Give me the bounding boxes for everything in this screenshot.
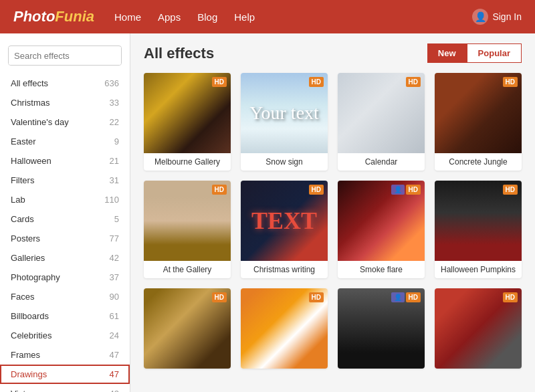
sidebar-item-count: 21 bbox=[110, 156, 119, 166]
effect-card[interactable]: HDMelbourne Gallery bbox=[144, 73, 231, 171]
sidebar-item-count: 47 bbox=[110, 369, 119, 379]
effect-card[interactable]: HD bbox=[241, 288, 328, 369]
content-area: All effects New Popular HDMelbourne Gall… bbox=[130, 33, 535, 392]
effect-card[interactable]: HDHalloween Pumpkins bbox=[435, 181, 522, 278]
sidebar-item-label: All effects bbox=[11, 78, 48, 88]
logo-photo: Photo bbox=[13, 8, 55, 25]
effect-thumbnail: HD👤 bbox=[338, 181, 425, 261]
effect-card[interactable]: HDAt the Gallery bbox=[144, 181, 231, 278]
sidebar-item-drawings[interactable]: Drawings 47 bbox=[0, 365, 130, 384]
filter-new-button[interactable]: New bbox=[427, 43, 467, 63]
effect-thumbnail: HD bbox=[144, 288, 231, 369]
search-input[interactable] bbox=[9, 47, 122, 65]
main-layout: 🔍 All effects 636 Christmas 33 Valentine… bbox=[0, 33, 535, 392]
nav-home[interactable]: Home bbox=[114, 11, 141, 23]
effect-thumbnail: HD bbox=[338, 73, 425, 153]
effect-card[interactable]: HD👤 bbox=[338, 288, 425, 369]
effect-image-decoration bbox=[144, 73, 231, 153]
sidebar-item-label: Celebrities bbox=[11, 330, 51, 340]
sidebar-item-christmas[interactable]: Christmas 33 bbox=[0, 93, 130, 112]
effect-thumbnail: HD bbox=[435, 181, 522, 261]
effect-image-decoration bbox=[338, 73, 425, 153]
sidebar-item-celebrities[interactable]: Celebrities 24 bbox=[0, 326, 130, 345]
sidebar-item-count: 22 bbox=[110, 117, 119, 127]
content-header: All effects New Popular bbox=[144, 43, 522, 63]
sidebar-item-label: Christmas bbox=[11, 98, 50, 108]
sidebar-item-halloween[interactable]: Halloween 21 bbox=[0, 151, 130, 171]
page-title: All effects bbox=[144, 45, 214, 62]
sidebar-item-cards[interactable]: Cards 5 bbox=[0, 209, 130, 229]
effect-name: Christmas writing bbox=[241, 261, 328, 278]
effect-card[interactable]: HDCalendar bbox=[338, 73, 425, 171]
effect-card[interactable]: HD bbox=[144, 288, 231, 369]
sidebar-item-all-effects[interactable]: All effects 636 bbox=[0, 74, 130, 93]
sidebar-item-filters[interactable]: Filters 31 bbox=[0, 171, 130, 190]
sidebar-item-count: 77 bbox=[110, 233, 119, 243]
sidebar-item-label: Vintage bbox=[11, 389, 40, 392]
sidebar-item-count: 90 bbox=[110, 292, 119, 302]
logo[interactable]: PhotoFunia bbox=[13, 8, 94, 25]
nav-apps[interactable]: Apps bbox=[158, 11, 181, 23]
sign-in-label: Sign In bbox=[492, 11, 522, 22]
effect-image-decoration: TEXT bbox=[241, 181, 328, 261]
sidebar-item-label: Billboards bbox=[11, 311, 49, 321]
sidebar-item-label: Filters bbox=[11, 175, 34, 185]
effect-image-decoration bbox=[241, 288, 328, 369]
effect-name: Melbourne Gallery bbox=[144, 153, 231, 171]
effect-image-decoration bbox=[435, 288, 522, 369]
sign-in-button[interactable]: 👤 Sign In bbox=[472, 9, 522, 25]
effect-thumbnail: HD bbox=[144, 73, 231, 153]
sidebar-item-count: 110 bbox=[104, 195, 119, 205]
sidebar-item-count: 33 bbox=[110, 98, 119, 108]
effects-grid: HDMelbourne GalleryHDYour textSnow signH… bbox=[144, 73, 522, 369]
sidebar-item-galleries[interactable]: Galleries 42 bbox=[0, 248, 130, 268]
sidebar-item-label: Drawings bbox=[11, 369, 47, 379]
search-box[interactable]: 🔍 bbox=[8, 45, 122, 66]
sidebar-item-count: 636 bbox=[104, 78, 119, 88]
sidebar-item-vintage[interactable]: Vintage 42 bbox=[0, 384, 130, 392]
nav-blog[interactable]: Blog bbox=[197, 11, 217, 23]
effect-image-decoration: Your text bbox=[241, 73, 328, 153]
sidebar-item-valentine-s-day[interactable]: Valentine's day 22 bbox=[0, 112, 130, 132]
effect-thumbnail: HD bbox=[241, 288, 328, 369]
sidebar-item-count: 31 bbox=[110, 175, 119, 185]
sidebar-item-label: Easter bbox=[11, 136, 36, 146]
sidebar-item-billboards[interactable]: Billboards 61 bbox=[0, 306, 130, 326]
sidebar-item-label: Halloween bbox=[11, 156, 51, 166]
filter-popular-button[interactable]: Popular bbox=[467, 43, 522, 63]
sidebar-item-count: 42 bbox=[110, 389, 119, 392]
sidebar-item-count: 9 bbox=[114, 136, 119, 146]
logo-funia: Funia bbox=[55, 8, 94, 25]
nav-help[interactable]: Help bbox=[234, 11, 255, 23]
effect-name: Smoke flare bbox=[338, 261, 425, 278]
user-icon: 👤 bbox=[472, 9, 488, 25]
effect-card[interactable]: HDConcrete Jungle bbox=[435, 73, 522, 171]
effect-thumbnail: HD👤 bbox=[338, 288, 425, 369]
sidebar-item-count: 42 bbox=[110, 253, 119, 263]
effect-image-decoration bbox=[338, 181, 425, 261]
effect-thumbnail: HD bbox=[435, 73, 522, 153]
main-nav: Home Apps Blog Help bbox=[114, 11, 452, 23]
header: PhotoFunia Home Apps Blog Help 👤 Sign In bbox=[0, 0, 535, 33]
sidebar-item-label: Galleries bbox=[11, 253, 45, 263]
sidebar-item-count: 37 bbox=[110, 272, 119, 282]
sidebar-item-easter[interactable]: Easter 9 bbox=[0, 132, 130, 151]
sidebar-item-count: 47 bbox=[110, 350, 119, 360]
sidebar-item-count: 5 bbox=[114, 214, 119, 224]
sidebar-item-posters[interactable]: Posters 77 bbox=[0, 229, 130, 248]
effect-image-decoration bbox=[435, 181, 522, 261]
effect-thumbnail: HDYour text bbox=[241, 73, 328, 153]
sidebar-item-count: 24 bbox=[110, 330, 119, 340]
effect-card[interactable]: HD👤Smoke flare bbox=[338, 181, 425, 278]
sidebar-item-photography[interactable]: Photography 37 bbox=[0, 268, 130, 287]
effect-name: Calendar bbox=[338, 153, 425, 171]
sidebar-item-lab[interactable]: Lab 110 bbox=[0, 190, 130, 209]
effect-thumbnail: HD bbox=[144, 181, 231, 261]
effect-card[interactable]: HDTEXTChristmas writing bbox=[241, 181, 328, 278]
sidebar-item-faces[interactable]: Faces 90 bbox=[0, 287, 130, 306]
effect-card[interactable]: HDYour textSnow sign bbox=[241, 73, 328, 171]
effect-card[interactable]: HD bbox=[435, 288, 522, 369]
sidebar-item-frames[interactable]: Frames 47 bbox=[0, 345, 130, 365]
sidebar-item-label: Posters bbox=[11, 233, 40, 243]
effect-image-decoration bbox=[435, 73, 522, 153]
